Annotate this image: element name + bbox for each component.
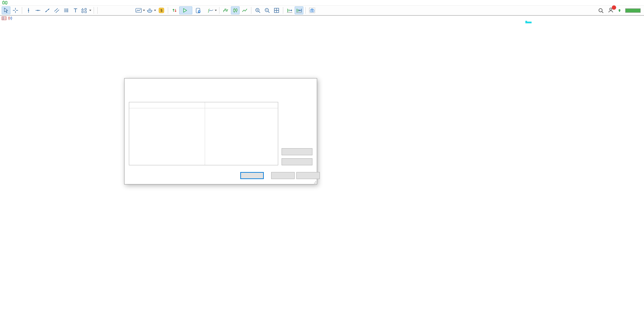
chevron-down-icon — [143, 10, 145, 11]
tile-windows-icon — [274, 7, 280, 13]
window-controls — [619, 0, 644, 5]
mt5-logo-icon — [2, 1, 8, 5]
ok-button[interactable] — [240, 172, 264, 179]
horizontal-line-tool-button[interactable] — [34, 6, 42, 14]
auto-scroll-icon — [286, 7, 293, 13]
auto-scroll-button[interactable] — [285, 6, 294, 14]
chevron-down-icon — [154, 10, 156, 11]
fibo-lines-tool-button[interactable] — [62, 6, 70, 14]
table-header-row — [129, 102, 278, 108]
toolbar-separator — [168, 7, 168, 14]
crosshair-icon — [12, 7, 18, 13]
cancel-button[interactable] — [271, 172, 295, 179]
algo-trading-button[interactable] — [179, 6, 192, 14]
chart-canvas[interactable] — [0, 0, 644, 334]
candlesticks-view-button[interactable] — [231, 6, 240, 14]
dialog-close-button[interactable] — [305, 80, 317, 87]
chart-shift-icon — [296, 7, 302, 13]
chevron-down-icon — [89, 10, 91, 11]
candlesticks-icon — [232, 7, 238, 13]
toolbar-separator — [97, 7, 98, 14]
channel-tool-button[interactable] — [52, 6, 61, 14]
chart-symbol-icon — [8, 16, 12, 20]
level-progress-bar — [625, 8, 641, 13]
play-icon — [182, 8, 188, 13]
shapes-tool-button[interactable] — [81, 6, 92, 14]
shapes-icon — [81, 7, 88, 13]
depth-of-market-button[interactable] — [146, 6, 156, 14]
svg-text:f: f — [208, 8, 210, 13]
table-column-divider — [205, 102, 205, 165]
vertical-line-tool-button[interactable] — [24, 6, 33, 14]
depth-of-market-icon — [146, 7, 153, 13]
currency-button[interactable]: $ — [157, 6, 166, 14]
window-minimize-button[interactable] — [619, 0, 626, 5]
line-view-button[interactable] — [240, 6, 249, 14]
dialog-titlebar[interactable] — [125, 78, 317, 88]
chart-profile-button[interactable] — [135, 6, 145, 14]
indicators-button[interactable]: f — [206, 6, 217, 14]
menu-bar — [0, 0, 644, 6]
dialog-restore-button[interactable] — [294, 80, 305, 87]
window-restore-button[interactable] — [627, 0, 634, 5]
cursor-icon — [3, 7, 9, 13]
buy-sell-arrows-icon — [171, 7, 178, 13]
new-order-icon — [195, 8, 201, 13]
toolbar-separator — [22, 7, 22, 14]
channel-icon — [54, 7, 60, 13]
dialog-minimize-button[interactable] — [283, 80, 294, 87]
tick-chart-icon — [223, 7, 229, 13]
level-indicator[interactable] — [618, 9, 621, 12]
text-tool-button[interactable] — [71, 6, 80, 14]
toolbar-right-group — [598, 7, 644, 14]
zoom-out-icon — [264, 7, 270, 13]
market-watch-icon — [2, 16, 6, 20]
chart-profile-icon — [135, 7, 142, 13]
chart-shift-button[interactable] — [295, 6, 303, 14]
chart-window-header[interactable] — [0, 15, 644, 21]
inputs-table[interactable] — [129, 102, 278, 165]
zoom-out-button[interactable] — [263, 6, 271, 14]
search-icon[interactable] — [598, 8, 604, 13]
level-up-icon — [618, 9, 621, 12]
zoom-in-icon — [255, 7, 261, 13]
crosshair-tool-button[interactable] — [11, 6, 20, 14]
vertical-line-icon — [26, 7, 32, 13]
toolbar-separator — [251, 7, 251, 14]
dialog-resize-grip[interactable] — [313, 180, 316, 183]
notification-badge — [612, 5, 616, 10]
dialog-tabs — [125, 88, 317, 97]
indicators-icon: f — [206, 7, 214, 13]
trendline-icon — [44, 7, 50, 13]
cursor-tool-button[interactable] — [2, 6, 10, 14]
trendline-tool-button[interactable] — [43, 6, 52, 14]
dialog-controls — [283, 80, 317, 87]
line-chart-icon — [242, 7, 248, 13]
dollar-icon: $ — [158, 7, 164, 13]
toolbar-separator — [94, 7, 94, 14]
horizontal-line-icon — [35, 7, 41, 13]
window-close-button[interactable] — [635, 0, 642, 5]
new-order-button[interactable] — [192, 6, 206, 15]
account-avatar[interactable] — [608, 7, 614, 14]
buy-sell-arrows-button[interactable] — [170, 6, 179, 14]
chevron-down-icon — [215, 10, 217, 11]
load-button[interactable] — [282, 148, 312, 155]
save-button[interactable] — [282, 158, 312, 165]
screenshot-button[interactable] — [308, 6, 316, 14]
camera-icon — [309, 7, 315, 13]
indicator-settings-dialog — [124, 78, 317, 184]
tile-windows-button[interactable] — [272, 6, 281, 14]
toolbar-separator — [305, 7, 306, 14]
toolbar-separator — [283, 7, 283, 14]
reset-button[interactable] — [296, 172, 320, 179]
svg-text:$: $ — [160, 8, 162, 12]
text-tool-icon — [72, 7, 79, 13]
toolbar-separator — [219, 7, 219, 14]
tick-chart-button[interactable] — [221, 6, 230, 14]
fibo-lines-icon — [63, 7, 69, 13]
zoom-in-button[interactable] — [253, 6, 262, 14]
toolbar: $ f — [0, 6, 644, 15]
